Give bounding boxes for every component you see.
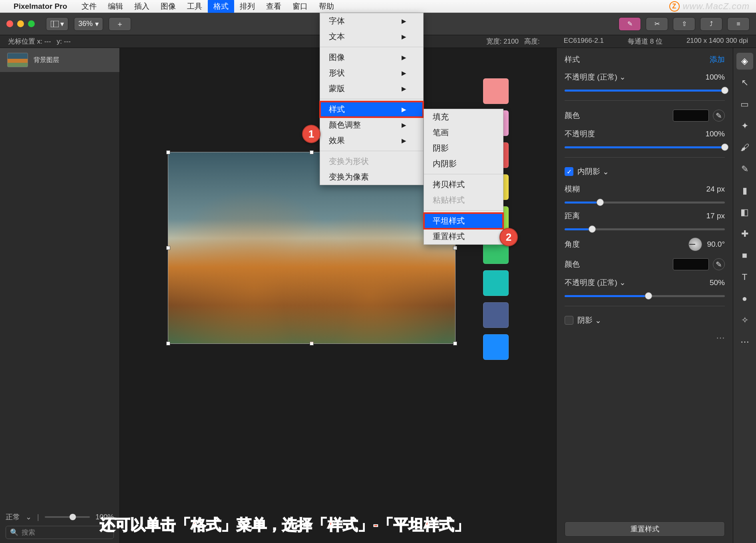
opacity-value: 100% — [705, 73, 725, 82]
export-button[interactable]: ⇧ — [673, 17, 695, 31]
tool-eraser[interactable]: ◧ — [736, 204, 753, 221]
tool-magic[interactable]: ✦ — [736, 118, 753, 134]
menu-item[interactable]: 图像▶ — [320, 50, 423, 65]
shadow-color-well[interactable] — [673, 258, 709, 270]
layer-opacity-slider[interactable] — [45, 516, 90, 518]
eyedropper-button[interactable]: ✎ — [713, 110, 725, 122]
zoom-value: 36% — [78, 20, 93, 28]
tool-arrow[interactable]: ↖ — [736, 74, 753, 91]
menu-item[interactable]: 颜色调整▶ — [320, 117, 423, 133]
blur-slider[interactable] — [565, 202, 725, 204]
menu-item[interactable]: 阴影 — [424, 140, 503, 156]
opacity3-slider[interactable] — [565, 295, 725, 297]
submenu-arrow-icon: ▶ — [402, 18, 406, 25]
chevron-down-icon[interactable]: ⌄ — [595, 316, 601, 325]
menu-item: 粘贴样式 — [424, 192, 503, 208]
angle-dial[interactable] — [688, 238, 702, 251]
properties-panel: 样式 添加 不透明度 (正常) ⌄ 100% 颜色 ✎ 不透明度 100% ✓ … — [556, 48, 733, 543]
add-style-button[interactable]: 添加 — [710, 54, 725, 65]
menu-item[interactable]: 效果▶ — [320, 133, 423, 148]
resize-handle-e[interactable] — [453, 246, 457, 250]
layer-row[interactable]: 背景图层 — [0, 48, 119, 72]
add-button[interactable]: ＋ — [109, 17, 131, 31]
menu-item[interactable]: 字体▶ — [320, 13, 423, 29]
menu-view[interactable]: 查看 — [261, 0, 287, 13]
tool-style[interactable]: ◈ — [736, 53, 753, 70]
eyedropper-button-2[interactable]: ✎ — [713, 258, 725, 270]
adjust-button[interactable]: ≡ — [727, 17, 750, 31]
resize-handle-w[interactable] — [166, 246, 170, 250]
color-label: 颜色 — [565, 110, 580, 121]
preset-swatch[interactable] — [483, 270, 509, 296]
resize-handle-nw[interactable] — [166, 150, 170, 154]
menu-window[interactable]: 窗口 — [287, 0, 313, 13]
tool-text[interactable]: T — [736, 269, 753, 285]
tool-fill[interactable]: ▮ — [736, 182, 753, 199]
sidebar-icon — [51, 21, 59, 27]
menu-item[interactable]: 平坦样式 — [424, 213, 503, 229]
close-window-button[interactable] — [6, 20, 13, 27]
tool-pen[interactable]: ✎ — [736, 161, 753, 178]
opacity2-slider[interactable] — [565, 146, 725, 148]
angle-value: 90.0° — [707, 240, 725, 249]
menu-format[interactable]: 格式 — [208, 0, 234, 13]
reset-styles-button[interactable]: 重置样式 — [565, 521, 725, 537]
sidebar-toggle-button[interactable]: ▾ — [46, 17, 68, 31]
chevron-down-icon[interactable]: ⌄ — [619, 73, 626, 81]
distance-slider[interactable] — [565, 228, 725, 230]
crop-tool-button[interactable]: ✂ — [646, 17, 668, 31]
menu-file[interactable]: 文件 — [76, 0, 102, 13]
blend-mode-select[interactable]: 正常 — [6, 512, 20, 522]
divider — [565, 306, 725, 306]
menu-item[interactable]: 文本▶ — [320, 29, 423, 44]
tool-select[interactable]: ▭ — [736, 96, 753, 113]
search-input[interactable]: 🔍 搜索 — [6, 526, 114, 539]
menu-insert[interactable]: 插入 — [129, 0, 155, 13]
share-button[interactable]: ⤴ — [700, 17, 722, 31]
chevron-down-icon[interactable]: ⌄ — [603, 167, 609, 176]
inner-shadow-checkbox[interactable]: ✓ — [565, 167, 573, 176]
menu-item[interactable]: 变换为像素 — [320, 169, 423, 185]
menu-help[interactable]: 帮助 — [313, 0, 340, 13]
preset-swatch[interactable] — [483, 78, 509, 104]
menu-item[interactable]: 内阴影 — [424, 156, 503, 172]
opacity-slider[interactable] — [565, 90, 725, 92]
retouch-tool-button[interactable]: ✎ — [619, 17, 641, 31]
menu-edit[interactable]: 编辑 — [102, 0, 129, 13]
menu-item-label: 平坦样式 — [433, 216, 465, 226]
tool-color[interactable]: ● — [736, 290, 753, 307]
menu-tools[interactable]: 工具 — [181, 0, 208, 13]
bandage-icon: ✚ — [741, 229, 748, 239]
menu-item[interactable]: 笔画 — [424, 125, 503, 140]
tool-effects[interactable]: ✧ — [736, 312, 753, 329]
resize-handle-sw[interactable] — [166, 341, 170, 345]
menu-item[interactable]: 样式▶ — [320, 102, 423, 117]
menu-item-label: 文本 — [329, 31, 345, 42]
style-icon: ◈ — [741, 56, 748, 66]
tool-more[interactable]: ⋯ — [736, 333, 753, 350]
maximize-window-button[interactable] — [28, 20, 35, 27]
menu-item[interactable]: 形状▶ — [320, 65, 423, 81]
shape-icon: ■ — [742, 250, 747, 261]
fill-color-well[interactable] — [673, 110, 709, 122]
menu-item[interactable]: 拷贝样式 — [424, 177, 503, 192]
minimize-window-button[interactable] — [17, 20, 24, 27]
menu-image[interactable]: 图像 — [155, 0, 181, 13]
tool-brush[interactable]: 🖌 — [736, 139, 753, 156]
menu-item[interactable]: 重置样式 — [424, 229, 503, 244]
tool-repair[interactable]: ✚ — [736, 226, 753, 242]
zoom-control[interactable]: 36%▾ — [74, 17, 103, 31]
menu-arrange[interactable]: 排列 — [234, 0, 261, 13]
preset-swatch[interactable] — [483, 334, 509, 360]
tool-shape[interactable]: ■ — [736, 247, 753, 264]
resize-handle-se[interactable] — [453, 341, 457, 345]
menu-item[interactable]: 蒙版▶ — [320, 81, 423, 96]
menu-item: 变换为形状 — [320, 154, 423, 169]
menu-item[interactable]: 填充 — [424, 109, 503, 125]
preset-swatch[interactable] — [483, 302, 509, 328]
shadow-checkbox[interactable]: ✓ — [565, 316, 573, 325]
resize-handle-n[interactable] — [310, 150, 314, 154]
chevron-down-icon[interactable]: ⌄ — [619, 278, 626, 287]
more-icon[interactable]: ⋯ — [716, 333, 725, 343]
resize-handle-s[interactable] — [310, 341, 314, 345]
